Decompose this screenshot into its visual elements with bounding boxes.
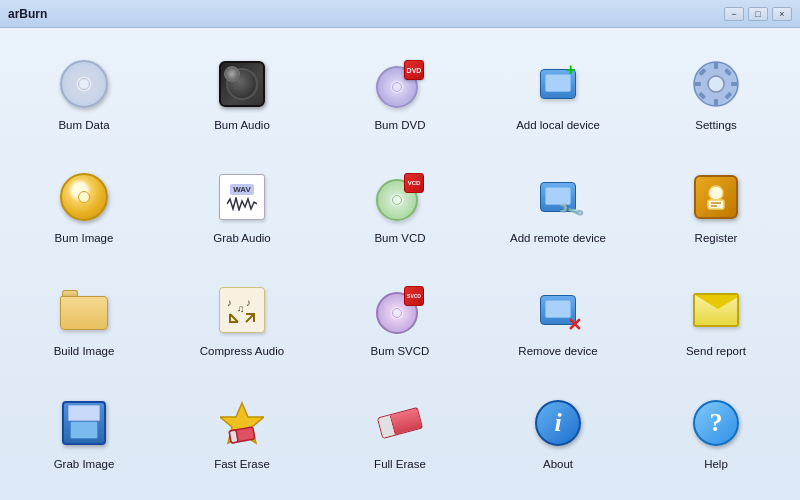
svg-line-17 [230,314,238,322]
icon-grid: Bum Data Bum Audio DVD Bum DVD + Add lo [5,38,795,490]
send-report-button[interactable]: Send report [637,264,795,377]
help-button[interactable]: ? Help [637,377,795,490]
wav-icon [214,169,270,225]
burn-audio-button[interactable]: Bum Audio [163,38,321,151]
full-erase-label: Full Erase [374,457,426,472]
svg-line-18 [246,314,254,322]
svg-rect-3 [714,99,718,106]
app-title: arBurn [8,7,47,21]
minimize-button[interactable]: − [724,7,744,21]
remote-device-icon: 🔧 [530,169,586,225]
compress-icon: ♪ ♫ ♪ [214,282,270,338]
add-local-label: Add local device [516,118,600,133]
svg-rect-2 [714,62,718,69]
help-icon: ? [688,395,744,451]
burn-data-label: Bum Data [58,118,109,133]
compress-audio-label: Compress Audio [200,344,284,359]
svg-point-1 [708,76,724,92]
fast-erase-button[interactable]: Fast Erase [163,377,321,490]
cd-gold-icon [56,169,112,225]
remove-device-icon: ✕ [530,282,586,338]
fast-erase-label: Fast Erase [214,457,270,472]
burn-data-button[interactable]: Bum Data [5,38,163,151]
compress-audio-button[interactable]: ♪ ♫ ♪ Compress Audio [163,264,321,377]
full-erase-icon [372,395,428,451]
svg-rect-11 [708,200,724,209]
burn-vcd-label: Bum VCD [374,231,425,246]
burn-dvd-label: Bum DVD [374,118,425,133]
add-local-device-button[interactable]: + Add local device [479,38,637,151]
burn-dvd-button[interactable]: DVD Bum DVD [321,38,479,151]
settings-icon [688,56,744,112]
add-remote-device-button[interactable]: 🔧 Add remote device [479,151,637,264]
speaker-icon [214,56,270,112]
burn-image-label: Bum Image [55,231,114,246]
close-button[interactable]: × [772,7,792,21]
settings-button[interactable]: Settings [637,38,795,151]
send-report-label: Send report [686,344,746,359]
help-label: Help [704,457,728,472]
svg-text:♫: ♫ [237,303,245,314]
remove-device-button[interactable]: ✕ Remove device [479,264,637,377]
about-label: About [543,457,573,472]
svg-rect-5 [731,82,738,86]
svg-text:♪: ♪ [227,297,232,308]
folder-icon [56,282,112,338]
svg-rect-21 [229,430,238,443]
vcd-icon: VCD [372,169,428,225]
about-icon: i [530,395,586,451]
title-bar: arBurn − □ × [0,0,800,28]
about-button[interactable]: i About [479,377,637,490]
add-remote-label: Add remote device [510,231,606,246]
maximize-button[interactable]: □ [748,7,768,21]
full-erase-button[interactable]: Full Erase [321,377,479,490]
burn-vcd-button[interactable]: VCD Bum VCD [321,151,479,264]
burn-svcd-label: Bum SVCD [371,344,430,359]
remove-device-label: Remove device [518,344,597,359]
build-image-button[interactable]: Build Image [5,264,163,377]
grab-audio-label: Grab Audio [213,231,271,246]
register-icon [688,169,744,225]
register-button[interactable]: Register [637,151,795,264]
settings-label: Settings [695,118,737,133]
grab-image-button[interactable]: Grab Image [5,377,163,490]
svg-rect-4 [694,82,701,86]
svg-point-10 [709,186,723,200]
svcd-icon: SVCD [372,282,428,338]
fast-erase-icon [214,395,270,451]
burn-audio-label: Bum Audio [214,118,270,133]
cd-icon [56,56,112,112]
register-label: Register [695,231,738,246]
envelope-icon [688,282,744,338]
add-device-icon: + [530,56,586,112]
burn-svcd-button[interactable]: SVCD Bum SVCD [321,264,479,377]
dvd-icon: DVD [372,56,428,112]
floppy-icon [56,395,112,451]
grab-audio-button[interactable]: Grab Audio [163,151,321,264]
main-area: Bum Data Bum Audio DVD Bum DVD + Add lo [0,28,800,500]
svg-text:♪: ♪ [246,297,251,308]
build-image-label: Build Image [54,344,115,359]
burn-image-button[interactable]: Bum Image [5,151,163,264]
grab-image-label: Grab Image [54,457,115,472]
